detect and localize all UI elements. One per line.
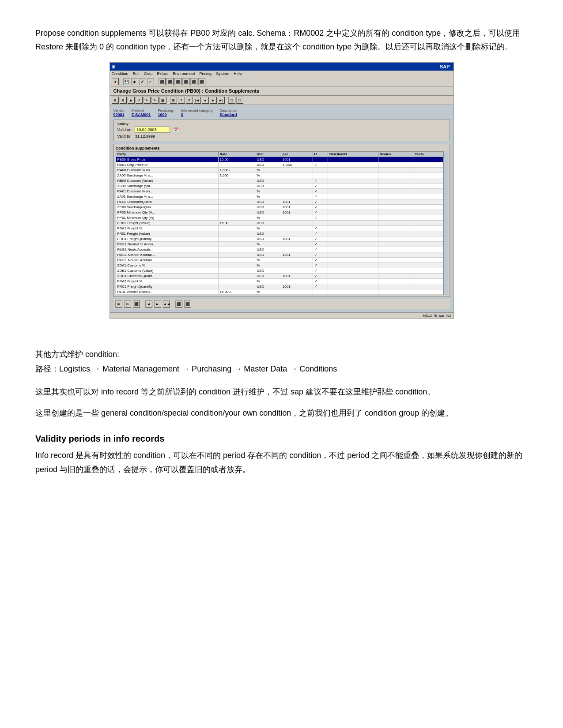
toolbar-btn-6[interactable]: ⬛ <box>174 78 181 85</box>
menu-help[interactable]: Help <box>234 71 242 76</box>
toolbar-btn-8[interactable]: ⬛ <box>190 78 197 85</box>
toolbar-btn-4[interactable]: ⬛ <box>159 78 166 85</box>
icon-btn-8[interactable]: ⊞ <box>170 97 177 104</box>
bottom-btn-5[interactable]: ► <box>154 300 161 308</box>
icon-btn-4[interactable]: ↗ <box>136 97 143 104</box>
table-row[interactable]: RUC1 Neutral Accrual%✓ <box>116 258 443 263</box>
table-row[interactable]: RC00 Discount/Quant.USD1001✓ <box>116 199 443 205</box>
table-scrollbar[interactable] <box>443 151 448 295</box>
menu-pricing[interactable]: Pricing <box>200 71 212 76</box>
menu-extras[interactable]: Extras <box>157 71 169 76</box>
toolbar-btn-2[interactable]: ✗ <box>139 78 146 85</box>
table-row[interactable]: ZA01 Surcharge % o...%✓ <box>116 194 443 199</box>
table-cell: ✓ <box>313 263 328 268</box>
table-row[interactable]: FRC2 FreightQuantifiyUSD1001✓ <box>116 284 443 289</box>
valid-on-input[interactable]: 10.02.2003 <box>135 127 170 133</box>
bottom-btn-7[interactable]: ⬛ <box>175 300 182 308</box>
icon-btn-10[interactable]: ↺ <box>186 97 193 104</box>
bottom-btn-2[interactable]: ⊖ <box>124 300 131 308</box>
table-cell <box>218 215 255 221</box>
table-row[interactable]: RA00 Discount % on...1,000-% <box>116 168 443 173</box>
table-cell <box>328 178 378 184</box>
table-row[interactable]: RA01 Origi Price of...USD1 0AU✓ <box>116 162 443 168</box>
table-cell <box>378 284 413 289</box>
bottom-btn-3[interactable]: ⬛ <box>133 300 140 308</box>
icon-btn-15[interactable]: □ <box>228 97 235 104</box>
validity-label: Validity <box>117 122 446 126</box>
save-button[interactable]: 💾 <box>123 78 130 85</box>
description-value: Standard <box>219 113 237 117</box>
table-cell <box>413 215 443 221</box>
table-cell <box>313 173 328 178</box>
icon-btn-2[interactable]: ⊕ <box>120 97 127 104</box>
table-cell: ✓ <box>313 284 328 289</box>
back-button[interactable]: ◄ <box>112 78 119 85</box>
table-row[interactable]: FR01 Freight (Value)USD✓ <box>116 231 443 236</box>
status-ins: INS <box>446 314 451 318</box>
toolbar-btn-7[interactable]: ⬛ <box>182 78 189 85</box>
table-cell <box>281 173 313 178</box>
table-cell <box>378 184 413 189</box>
table-cell: USD <box>255 210 281 215</box>
table-row[interactable]: ZA00 Surcharge % o...1,000% <box>116 173 443 178</box>
table-row[interactable]: ZDA1 Customs %%✓ <box>116 263 443 268</box>
menu-environment[interactable]: Environment <box>173 71 195 76</box>
bottom-btn-4[interactable]: ◄ <box>145 300 152 308</box>
table-row[interactable]: PP01 Minimum Qty (%)%✓ <box>116 215 443 221</box>
table-cell: % <box>255 215 281 221</box>
table-row[interactable]: RUB1 Neutr.Accruals...USD✓ <box>116 247 443 252</box>
table-row[interactable]: RUC1 Neutral Accrual...USD1001✓ <box>116 252 443 258</box>
calendar-icon[interactable]: 📅 <box>174 128 178 132</box>
toolbar-btn-9[interactable]: ⬛ <box>198 78 205 85</box>
table-cell <box>378 231 413 236</box>
menu-system[interactable]: System <box>216 71 229 76</box>
table-row[interactable]: FRA1 Freight %%✓ <box>116 226 443 231</box>
table-cell <box>218 242 255 247</box>
table-row[interactable]: FRA2 Freight %%✓ <box>116 279 443 284</box>
table-row[interactable]: ZB00 Surcharge (Val...USD✓ <box>116 184 443 189</box>
icon-btn-6[interactable]: ✎ <box>151 97 159 104</box>
table-row[interactable]: RL01 Vendor Discou...15,000-% <box>116 289 443 295</box>
table-row[interactable]: PB00 Gross Price15,00USD1001 <box>116 157 443 162</box>
icon-btn-7[interactable]: ▦ <box>159 97 166 104</box>
sap-icon-toolbar: ⊕ ⊕ ■ ↗ ✎ ✎ ▦ ⊞ ? ↺ |◄ ◄ ► ►| □ □ <box>110 96 453 105</box>
icon-btn-12[interactable]: ◄ <box>202 97 209 104</box>
table-cell <box>313 168 328 173</box>
bottom-btn-8[interactable]: ⬛ <box>184 300 191 308</box>
condition-supplements-title: Condition supplements <box>116 146 448 150</box>
icon-btn-14[interactable]: ►| <box>218 97 225 104</box>
icon-btn-13[interactable]: ► <box>210 97 217 104</box>
toolbar-btn-3[interactable]: ✓ <box>147 78 154 85</box>
bottom-btn-6[interactable]: ◄◄ <box>163 300 170 308</box>
table-row[interactable]: RUE1 Neutral % Accru...%✓ <box>116 242 443 247</box>
menu-condition[interactable]: Condition <box>112 71 128 76</box>
table-cell: USD <box>255 284 281 289</box>
table-cell: % <box>255 194 281 199</box>
table-row[interactable]: ZC00 Surcharge/Qua...USD1001✓ <box>116 205 443 210</box>
icon-btn-3[interactable]: ■ <box>128 97 135 104</box>
menu-goto[interactable]: Goto <box>144 71 153 76</box>
table-cell <box>281 215 313 221</box>
table-row[interactable]: RA01 Discount % on...%✓ <box>116 189 443 194</box>
icon-btn-1[interactable]: ⊕ <box>112 97 119 104</box>
icon-btn-11[interactable]: |◄ <box>194 97 201 104</box>
table-cell <box>281 168 313 173</box>
menu-edit[interactable]: Edit <box>133 71 140 76</box>
bottom-btn-1[interactable]: ⊕ <box>115 300 122 308</box>
table-row[interactable]: ZDB1 Customs (Value)USD✓ <box>116 268 443 274</box>
icon-btn-9[interactable]: ? <box>178 97 185 104</box>
table-row[interactable]: PP05 Minimum Qty (A...USD1001✓ <box>116 210 443 215</box>
table-cell: % <box>255 189 281 194</box>
icon-btn-5[interactable]: ✎ <box>144 97 151 104</box>
table-row[interactable]: RB00 Discount (Value)USD✓ <box>116 178 443 184</box>
table-row[interactable]: ZDC1 Customs/Quant.USD1001✓ <box>116 274 443 279</box>
table-cell <box>413 162 443 168</box>
toolbar-btn-1[interactable]: ◉ <box>131 78 138 85</box>
info-record-label: Info record category <box>181 109 212 113</box>
table-row[interactable]: FRB2 Freight (Value)15,00USD <box>116 221 443 226</box>
table-cell <box>218 231 255 236</box>
icon-btn-16[interactable]: □ <box>236 97 243 104</box>
toolbar-btn-5[interactable]: ⬛ <box>166 78 174 85</box>
table-row[interactable]: FRC1 FreightQuantityUSD1001✓ <box>116 236 443 242</box>
validity-section-body: Info record 是具有时效性的 condition，可以在不同的 per… <box>35 448 528 477</box>
